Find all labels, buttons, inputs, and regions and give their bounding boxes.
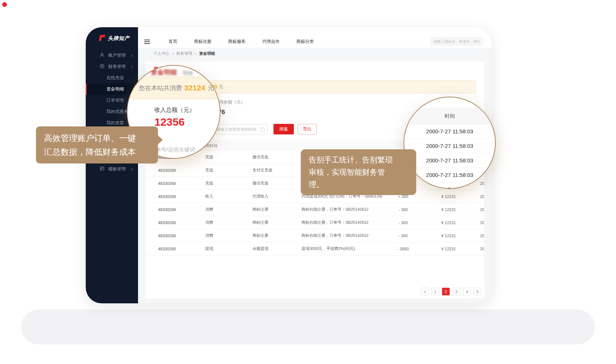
callout-line: 审核，实现智能财务管 (309, 166, 408, 178)
sidebar-item-label: 模板管理 (108, 166, 126, 172)
cell-order-no: 48330268 (145, 234, 205, 238)
red-dot-icon (2, 2, 7, 7)
cell-order-no: 48330268 (145, 207, 205, 212)
nav-item[interactable]: 商标分类 (288, 39, 322, 45)
callout-left: 高效管理账户订单、一键汇总数据，降低财务成本 (36, 126, 158, 163)
magnified-time-header: 时间 (404, 108, 495, 124)
user-icon (100, 52, 105, 58)
cell-amount: - 300 (389, 234, 418, 238)
search-button[interactable]: 搜索 (273, 124, 294, 134)
template-icon (100, 166, 105, 172)
cell-description: 商标自助注册，订单号：SB2514263J (301, 233, 389, 238)
chevron-down-icon: ∨ (130, 167, 133, 171)
table-row: 48330268 消费 商标注册 商标自助注册，订单号：SB2514263J -… (145, 203, 484, 216)
callout-line: 告别手工统计、告别繁琐 (309, 154, 408, 166)
cell-order-no: 48330268 (145, 221, 205, 225)
breadcrumb-item[interactable]: 个人中心 > (154, 51, 176, 56)
magnified-banner: 您在本站共消费 32124 元 (130, 77, 220, 99)
cell-description: 商标自助注册，订单号：SB2514263J (301, 220, 389, 225)
magnified-income-label: 收入总额（元） (154, 106, 195, 114)
hamburger-icon[interactable] (144, 40, 150, 44)
page-button[interactable]: 1 (431, 288, 439, 295)
canvas: 头牌知产 账户管理 ∨ 财务管理 ∧ 在线充值资金明细订单管理我的优惠券我的发票 (0, 0, 616, 364)
search-input[interactable] (430, 37, 483, 46)
nav-item[interactable]: 商标注册 (186, 39, 220, 45)
breadcrumb-separator-icon: > (194, 52, 196, 56)
cell-balance: ¥ 12231 (418, 247, 479, 251)
prev-page-button[interactable]: < (421, 288, 429, 295)
date-input[interactable] (212, 124, 268, 134)
breadcrumb-item[interactable]: 财务管理 > (176, 51, 199, 56)
cell-type: 消费 (205, 207, 252, 212)
chevron-down-icon: ∨ (130, 54, 133, 57)
breadcrumb-separator-icon: > (172, 52, 174, 56)
sidebar-item-finance[interactable]: 财务管理 ∧ (86, 61, 138, 72)
cell-amount: - 300 (389, 221, 418, 225)
cell-description: 提现3000元，手续费2%(60元) (301, 246, 389, 251)
magnified-time-row: 2000-7-27 11:58:03 (404, 124, 495, 139)
page-button[interactable]: 4 (463, 288, 471, 295)
magnifier-right: 时间 2000-7-27 11:58:032000-7-27 11:58:032… (404, 97, 496, 189)
page-button[interactable]: 5 (474, 288, 481, 295)
cell-time: 2000-7-27 11:58:03 (479, 207, 484, 212)
nav-item[interactable]: 首页 (160, 39, 186, 45)
cell-type: 收入 (205, 194, 252, 199)
callout-line: 汇总数据，降低财务成本 (44, 145, 150, 159)
sidebar-sub-item[interactable]: 在线充值 (86, 72, 138, 84)
cell-balance: ¥ 12231 (418, 234, 479, 238)
cell-project: 支付宝充值 (252, 167, 301, 173)
sidebar-item-account[interactable]: 账户管理 ∨ (86, 50, 138, 61)
cell-balance: ¥ 12231 (418, 194, 479, 199)
filter-row: 搜索 导出 (212, 124, 317, 134)
table-row: 48330268 消费 商标注册 商标自助注册，订单号：SB2514263J -… (145, 216, 484, 229)
cell-balance: ¥ 12231 (418, 207, 479, 212)
cell-time: 2000-7-27 11:58:03 (479, 234, 484, 238)
cell-type: 消费 (205, 220, 252, 225)
nav-item[interactable]: 商标服务 (220, 39, 254, 45)
callout-line: 理。 (309, 178, 408, 191)
page-button[interactable]: 2 (442, 288, 450, 295)
page-list: 12345 (431, 288, 481, 295)
cell-description: 商标自助注册，订单号：SB2514263J (301, 207, 389, 212)
magnified-tab-fragment-2: 明细 (183, 70, 193, 77)
pagination: < 12345 (421, 288, 481, 295)
cell-project: 商标注册 (252, 233, 301, 238)
cell-time: 2000-7-27 11:58:03 (479, 181, 484, 186)
magnified-time-row: 2000-7-27 11:58:03 (404, 139, 495, 153)
top-nav: 首页商标注册商标服务代理合作商标分类 (160, 39, 322, 45)
cell-balance: ¥ 12231 (418, 221, 479, 225)
brand: 头牌知产 (86, 27, 138, 50)
topbar: 首页商标注册商标服务代理合作商标分类 (138, 27, 491, 48)
export-button[interactable]: 导出 (297, 124, 317, 134)
page-button[interactable]: 3 (453, 288, 460, 295)
breadcrumb: 个人中心 > 财务管理 > 资金明细 > (138, 48, 491, 59)
calendar-icon[interactable] (260, 128, 264, 132)
table-row: 48330268 提现 余额提现 提现3000元，手续费2%(60元) - 30… (145, 242, 484, 255)
banner-suffix: 元 (219, 84, 223, 90)
cell-time: 2000-7-27 11:58:03 (479, 194, 484, 199)
cell-type: 充值 (205, 167, 252, 173)
sidebar-item-label: 财务管理 (108, 64, 126, 70)
callout-right: 告别手工统计、告别繁琐审核，实现智能财务管理。 (301, 149, 416, 195)
cell-project: 微信充值 (252, 181, 301, 186)
cell-project: 商标注册 (252, 207, 301, 212)
coin-icon (100, 64, 105, 70)
brand-logo-icon (98, 35, 106, 43)
brand-name: 头牌知产 (108, 35, 130, 42)
sidebar-item-template[interactable]: 模板管理 ∨ (86, 163, 138, 175)
cell-project: 商标注册 (252, 220, 301, 225)
laptop-base (21, 310, 595, 344)
magnified-time-row: 2000-7-27 11:58:03 (404, 153, 495, 168)
cell-type: 充值 (205, 154, 252, 160)
sidebar-item-label: 账户管理 (108, 52, 126, 58)
nav-item[interactable]: 代理合作 (254, 39, 288, 45)
table-header-cell[interactable]: 时间 (210, 143, 218, 149)
cell-amount: - 300 (389, 207, 418, 212)
cell-type: 提现 (205, 246, 252, 251)
cell-order-no: 48330268 (145, 247, 205, 251)
cell-project: 微信充值 (252, 154, 301, 160)
cell-type: 消费 (205, 233, 252, 238)
cell-time: 2000-7-27 11:58:03 (479, 221, 484, 225)
breadcrumb-item[interactable]: 资金明细 > (199, 51, 215, 56)
cell-time: 2000-7-27 11:58:03 (479, 247, 484, 251)
